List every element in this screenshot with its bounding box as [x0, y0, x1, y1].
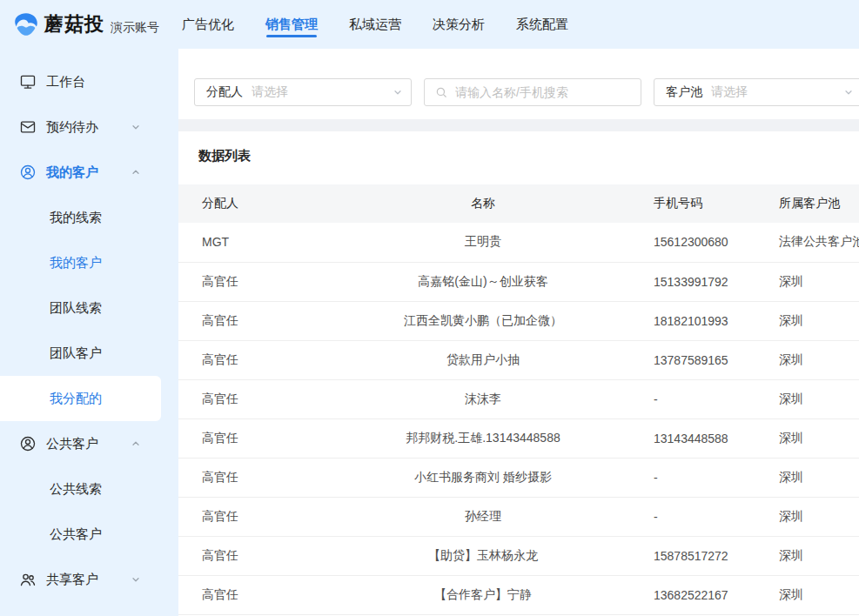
table-row[interactable]: 高官任邦邦财税.王雄.1314344858813143448588深圳 — [178, 418, 859, 458]
cell: 深圳 — [748, 458, 859, 497]
cell: 15612300680 — [622, 223, 748, 262]
search-input[interactable] — [453, 84, 630, 100]
cell: 13787589165 — [622, 340, 748, 379]
logo-icon — [12, 10, 40, 38]
cell: 13143448588 — [622, 418, 748, 458]
table-row[interactable]: 高官任高嘉铭(金山)～创业获客15133991792深圳 — [178, 262, 859, 301]
cell: 高官任 — [178, 418, 344, 458]
cell: 13682522167 — [622, 575, 748, 614]
cell: 王明贵 — [344, 223, 622, 262]
chevron-down-icon — [843, 87, 854, 97]
table-row[interactable]: 高官任贷款用户小抽13787589165深圳 — [178, 340, 859, 379]
sidebar-item-label: 公共线索 — [50, 481, 102, 498]
cell: 15133991792 — [622, 262, 748, 301]
brand: 蘑菇投 演示账号 — [12, 10, 159, 38]
assignee-select-label: 分配人 — [206, 84, 243, 100]
sidebar-item-3[interactable]: 我的客户 — [0, 150, 178, 195]
list-title: 数据列表 — [178, 148, 859, 164]
sidebar-item-label: 我的客户 — [46, 164, 98, 181]
cell: - — [622, 379, 748, 418]
cell: 高官任 — [178, 301, 344, 340]
cell: 高官任 — [178, 458, 344, 497]
app-header: 蘑菇投 演示账号 广告优化销售管理私域运营决策分析系统配置 — [0, 0, 859, 49]
cell: 深圳 — [748, 536, 859, 575]
cell: 深圳 — [748, 301, 859, 340]
account-label: 演示账号 — [111, 20, 159, 36]
cell: 贷款用户小抽 — [344, 340, 622, 379]
sidebar-item-label: 团队客户 — [50, 345, 102, 362]
sidebar-item-label: 团队线索 — [50, 300, 102, 317]
mail-icon — [19, 118, 37, 136]
sidebar-item-6[interactable]: 团队线索 — [0, 285, 178, 331]
sidebar-item-4[interactable]: 我的线索 — [0, 195, 178, 240]
table-row[interactable]: 高官任【合作客户】宁静13682522167深圳 — [178, 575, 859, 614]
pool-select[interactable]: 客户池 请选择 — [654, 78, 859, 106]
pool-select-placeholder: 请选择 — [711, 84, 748, 100]
sidebar-item-11[interactable]: 公共客户 — [0, 512, 178, 557]
chevron-down-icon — [131, 574, 141, 585]
sidebar-item-label: 我分配的 — [50, 391, 102, 407]
sidebar-item-12[interactable]: 共享客户 — [0, 557, 178, 602]
assignee-select[interactable]: 分配人 请选择 — [194, 78, 412, 106]
table-header-row: 分配人名称手机号码所属客户池 — [178, 184, 859, 223]
search-box — [424, 78, 641, 106]
column-header-1: 分配人 — [178, 184, 344, 223]
users-icon — [19, 571, 37, 588]
cell: 高嘉铭(金山)～创业获客 — [344, 262, 622, 301]
sidebar-item-7[interactable]: 团队客户 — [0, 331, 178, 376]
cell: 高官任 — [178, 262, 344, 301]
cell: 深圳 — [748, 575, 859, 614]
nav-item-1[interactable]: 广告优化 — [182, 0, 234, 49]
cell: 江西全凯黄小鹏（已加企微） — [344, 301, 622, 340]
cell: 孙经理 — [344, 497, 622, 536]
sidebar-item-label: 共享客户 — [46, 572, 98, 588]
search-icon — [435, 86, 447, 98]
sidebar-item-8[interactable]: 我分配的 — [0, 376, 161, 421]
app: 蘑菇投 演示账号 广告优化销售管理私域运营决策分析系统配置 工作台预约待办我的客… — [0, 0, 859, 616]
sidebar-menu: 工作台预约待办我的客户我的线索我的客户团队线索团队客户我分配的公共客户公共线索公… — [0, 49, 178, 616]
nav-item-4[interactable]: 决策分析 — [433, 0, 485, 49]
cell: 【助贷】玉林杨永龙 — [344, 536, 622, 575]
nav-item-2[interactable]: 销售管理 — [265, 0, 318, 49]
cell: 深圳 — [748, 497, 859, 536]
top-nav: 广告优化销售管理私域运营决策分析系统配置 — [182, 0, 568, 49]
sidebar-item-2[interactable]: 预约待办 — [0, 104, 178, 150]
cell: 深圳 — [748, 340, 859, 379]
table-row[interactable]: 高官任江西全凯黄小鹏（已加企微）18182101993深圳 — [178, 301, 859, 340]
cell: 小红书服务商刘 婚纱摄影 — [344, 458, 622, 497]
sidebar-item-label: 公共客户 — [46, 436, 98, 452]
chevron-down-icon — [131, 122, 141, 132]
table-row[interactable]: 高官任孙经理-深圳 — [178, 497, 859, 536]
main-content: 分配人 请选择 客户池 请选择 数据列表 分配人名称手机 — [178, 49, 859, 616]
table-body: MGT王明贵15612300680法律公共客户池高官任高嘉铭(金山)～创业获客1… — [178, 223, 859, 614]
customer-table: 分配人名称手机号码所属客户池 MGT王明贵15612300680法律公共客户池高… — [178, 184, 859, 615]
table-row[interactable]: 高官任小红书服务商刘 婚纱摄影-深圳 — [178, 458, 859, 497]
cell: 邦邦财税.王雄.13143448588 — [344, 418, 622, 458]
cell: - — [622, 497, 748, 536]
sidebar-item-label: 我的客户 — [50, 255, 102, 271]
nav-item-3[interactable]: 私域运营 — [349, 0, 401, 49]
sidebar-item-5[interactable]: 我的客户 — [0, 240, 178, 285]
workbench-icon — [19, 73, 37, 90]
sidebar-item-10[interactable]: 公共线索 — [0, 466, 178, 512]
cell: 深圳 — [748, 418, 859, 458]
user-circle-icon — [19, 164, 37, 181]
sidebar-item-1[interactable]: 工作台 — [0, 59, 178, 104]
column-header-3: 手机号码 — [622, 184, 748, 223]
chevron-up-icon — [131, 167, 141, 177]
table-row[interactable]: 高官任【助贷】玉林杨永龙15878517272深圳 — [178, 536, 859, 575]
chevron-up-icon — [131, 439, 141, 449]
user-circle-icon — [19, 435, 37, 452]
cell: 法律公共客户池 — [748, 223, 859, 262]
table-row[interactable]: MGT王明贵15612300680法律公共客户池 — [178, 223, 859, 262]
cell: 【合作客户】宁静 — [344, 575, 622, 614]
nav-item-5[interactable]: 系统配置 — [516, 0, 568, 49]
sidebar-item-9[interactable]: 公共客户 — [0, 421, 178, 466]
data-list-card: 数据列表 分配人名称手机号码所属客户池 MGT王明贵15612300680法律公… — [178, 131, 859, 616]
sidebar-item-label: 工作台 — [46, 74, 85, 90]
table-row[interactable]: 高官任沫沫李-深圳 — [178, 379, 859, 418]
cell: 高官任 — [178, 575, 344, 614]
column-header-2: 名称 — [344, 184, 622, 223]
sidebar-item-label: 预约待办 — [46, 119, 98, 136]
pool-select-label: 客户池 — [666, 84, 702, 100]
